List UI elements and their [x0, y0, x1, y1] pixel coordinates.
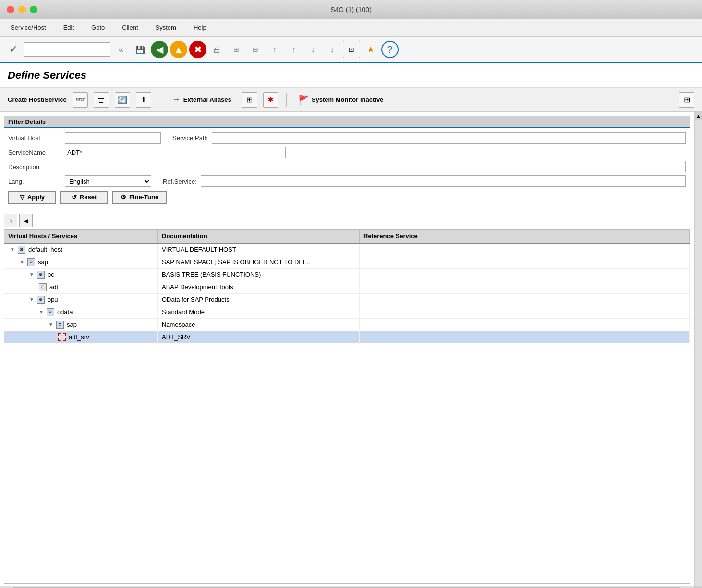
close-button[interactable] [7, 6, 14, 13]
table-row[interactable]: ▼ ⊡ default_host VIRTUAL DEFAULT HOST [4, 244, 690, 256]
scroll-down-button[interactable]: ▼ [695, 586, 702, 588]
node-name: adt [49, 283, 58, 291]
content-area: Filter Details Virtual Host Service Path… [0, 112, 694, 588]
command-input[interactable] [24, 42, 110, 57]
filter-row-virtual-host: Virtual Host Service Path [8, 132, 686, 144]
toggle-icon[interactable]: ▼ [29, 272, 34, 277]
table-row[interactable]: ▼ ⚙ opu OData for SAP Products [4, 294, 690, 306]
toggle-icon[interactable]: ▼ [20, 259, 24, 265]
scroll-up-button[interactable]: ▲ [695, 112, 702, 120]
settings-icon-button[interactable]: ✱ [263, 92, 278, 108]
description-input[interactable] [65, 161, 686, 172]
col-header-documentation: Documentation [158, 230, 360, 243]
table-print-button[interactable]: 🖨 [4, 214, 17, 227]
help-button[interactable]: ? [381, 41, 399, 58]
table-row[interactable]: ▼ ⚙ bc BASIS TREE (BASIS FUNCTIONS) [4, 269, 690, 281]
table-row[interactable]: ▼ ⚙ sap SAP NAMESPACE; SAP IS OBLIGED NO… [4, 256, 690, 269]
layout-button[interactable]: ⊡ [343, 41, 360, 58]
next-page-button[interactable]: ↓ [304, 41, 322, 58]
apply-icon: ▽ [20, 194, 24, 201]
vertical-scrollbar[interactable]: ▲ ▼ [694, 112, 702, 588]
history-button[interactable]: « [112, 41, 130, 58]
apply-button[interactable]: ▽ Apply [8, 191, 56, 204]
scroll-left-button[interactable]: ‹ [0, 587, 6, 588]
cancel-button[interactable]: ✖ [189, 41, 206, 58]
first-page-button[interactable]: ↑ [266, 41, 283, 58]
external-aliases-button[interactable]: → External Aliases [167, 93, 236, 107]
bookmark-button[interactable]: ★ [362, 41, 379, 58]
view-icon-button[interactable]: 👓 [73, 92, 88, 108]
menu-edit[interactable]: Edit [61, 22, 77, 33]
service-name-input[interactable] [65, 147, 286, 158]
filter-buttons: ▽ Apply ↺ Reset ⚙ Fine-Tune [8, 191, 686, 204]
delete-icon-button[interactable]: 🗑 [94, 92, 109, 108]
cell-services: ▼ ⚙ odata [4, 306, 158, 318]
col-header-services: Virtual Hosts / Services [4, 230, 158, 243]
tree-table-header: Virtual Hosts / Services Documentation R… [4, 230, 690, 244]
reset-label: Reset [80, 194, 97, 201]
main-toolbar: ✓ « 💾 ◀ ▲ ✖ 🖨 ⊞ ⊟ ↑ ↑ ↓ ↓ ⊡ ★ ? [0, 37, 702, 63]
cell-doc: BASIS TREE (BASIS FUNCTIONS) [158, 269, 360, 281]
info-icon-button[interactable]: ℹ [136, 92, 151, 108]
maximize-button[interactable] [30, 6, 37, 13]
table-row[interactable]: ▼ ⚙ odata Standard Mode [4, 306, 690, 318]
find-button[interactable]: ⊞ [228, 41, 245, 58]
service-path-input[interactable] [212, 132, 686, 144]
service-icon: ⚙ [37, 271, 45, 279]
service-icon: ⚙ [37, 296, 45, 304]
ref-service-input[interactable] [201, 175, 686, 187]
scroll-right-button[interactable]: › [688, 587, 694, 588]
refresh-icon-button[interactable]: 🔄 [115, 92, 130, 108]
system-monitor-label: System Monitor Inactive [312, 96, 384, 103]
up-button[interactable]: ▲ [170, 41, 187, 58]
table-row[interactable]: ⊡ adt_srv ADT_SRV [4, 331, 690, 343]
lang-select[interactable]: English German French [65, 175, 151, 187]
grid-icon-button[interactable]: ⊞ [679, 92, 694, 108]
cell-ref [360, 269, 690, 281]
prev-page-button[interactable]: ↑ [285, 41, 303, 58]
toggle-icon[interactable]: ▼ [10, 247, 15, 252]
save-button[interactable]: 💾 [132, 41, 149, 58]
cell-services: ⊡ adt_srv [4, 331, 158, 343]
filter-row-service-name: ServiceName [8, 147, 686, 158]
menu-goto[interactable]: Goto [88, 22, 108, 33]
cell-services: ▼ ⊡ default_host [4, 244, 158, 256]
arrow-right-icon: → [172, 95, 181, 105]
fine-tune-button[interactable]: ⚙ Fine-Tune [112, 191, 167, 204]
node-name: bc [48, 271, 54, 278]
separator-1 [159, 93, 159, 107]
menu-system[interactable]: System [153, 22, 179, 33]
cell-ref [360, 331, 690, 343]
print-button[interactable]: 🖨 [208, 41, 226, 58]
node-name: opu [48, 296, 58, 303]
node-label: ▼ ⚙ opu [8, 296, 58, 304]
reset-button[interactable]: ↺ Reset [60, 191, 108, 204]
horizontal-scrollbar[interactable]: ‹ › [0, 586, 694, 588]
node-label: ▼ ⚙ sap [8, 321, 77, 329]
table-row[interactable]: ⊡ adt ABAP Development Tools [4, 281, 690, 294]
node-label: ▼ ⚙ bc [8, 271, 54, 279]
find-next-button[interactable]: ⊟ [247, 41, 264, 58]
menu-service-host[interactable]: Service/Host [8, 22, 49, 33]
cell-ref [360, 244, 690, 256]
cell-services: ⊡ adt [4, 281, 158, 293]
back-button[interactable]: ◀ [151, 41, 168, 58]
virtual-host-input[interactable] [65, 132, 161, 144]
confirm-button[interactable]: ✓ [5, 41, 22, 58]
toggle-icon[interactable]: ▼ [48, 322, 53, 327]
filter-row-lang: Lang. English German French Ref.Service: [8, 175, 686, 187]
table-collapse-button[interactable]: ◀ [19, 214, 33, 227]
page-title-bar: Define Services [0, 63, 702, 88]
page-title: Define Services [8, 69, 86, 81]
fine-tune-label: Fine-Tune [129, 194, 158, 201]
menu-client[interactable]: Client [119, 22, 141, 33]
menu-help[interactable]: Help [191, 22, 209, 33]
last-page-button[interactable]: ↓ [324, 41, 341, 58]
service-path-label: Service Path [172, 135, 208, 142]
columns-icon-button[interactable]: ⊞ [242, 92, 257, 108]
table-row[interactable]: ▼ ⚙ sap Namespace [4, 318, 690, 331]
toggle-icon[interactable]: ▼ [29, 297, 34, 302]
toggle-icon[interactable]: ▼ [39, 309, 44, 315]
minimize-button[interactable] [18, 6, 26, 13]
apply-label: Apply [27, 194, 45, 201]
